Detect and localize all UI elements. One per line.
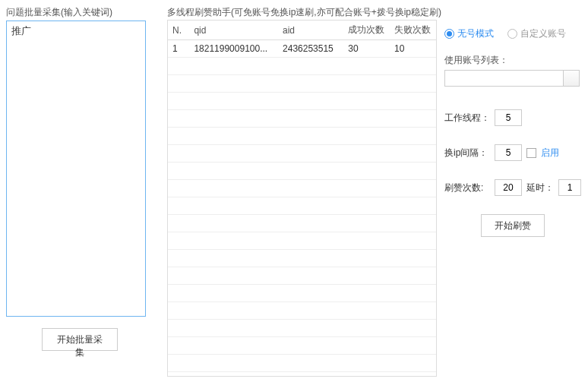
count-label: 刷赞次数: (444, 182, 490, 194)
keyword-input[interactable] (6, 21, 146, 317)
table-row (168, 250, 436, 267)
table-row (168, 320, 436, 337)
radio-unchecked-icon (507, 29, 517, 39)
table-row (168, 180, 436, 197)
table-row (168, 232, 436, 250)
cell-n: 1 (168, 40, 189, 58)
delay-input[interactable] (558, 179, 581, 196)
table-row (168, 163, 436, 180)
chevron-down-icon (569, 76, 575, 80)
cell-aid: 2436253515 (278, 40, 343, 58)
result-table: N. qid aid 成功次数 失败次数 11821199009100...24… (167, 20, 437, 377)
cell-fail: 10 (390, 40, 436, 58)
mode-none-radio[interactable]: 无号模式 (444, 27, 494, 40)
table-row (168, 110, 436, 128)
mode-custom-radio[interactable]: 自定义账号 (507, 27, 566, 40)
enable-label: 启用 (541, 147, 559, 159)
ip-interval-label: 换ip间隔： (444, 147, 490, 159)
col-success: 成功次数 (343, 21, 390, 40)
right-panel-title: 多线程刷赞助手(可免账号免换ip速刷,亦可配合账号+拨号换ip稳定刷) (167, 6, 583, 19)
table-header-row: N. qid aid 成功次数 失败次数 (168, 21, 436, 40)
table-row (168, 145, 436, 163)
table-row (168, 285, 436, 302)
start-collect-button[interactable]: 开始批量采集 (42, 328, 118, 351)
enable-checkbox[interactable] (526, 148, 536, 158)
table-row (168, 337, 436, 355)
account-list-select[interactable] (444, 70, 580, 87)
delay-label: 延时： (526, 182, 554, 194)
ip-interval-input[interactable] (495, 144, 522, 161)
table-row (168, 128, 436, 145)
col-qid: qid (189, 21, 278, 40)
thread-input[interactable] (495, 109, 522, 126)
cell-success: 30 (343, 40, 390, 58)
table-row[interactable]: 11821199009100...24362535153010 (168, 40, 436, 58)
col-fail: 失败次数 (390, 21, 436, 40)
table-row (168, 215, 436, 232)
mode-none-label: 无号模式 (457, 27, 494, 40)
start-brush-button[interactable]: 开始刷赞 (481, 214, 545, 237)
col-n: N. (168, 21, 189, 40)
col-aid: aid (278, 21, 343, 40)
radio-checked-icon (444, 29, 454, 39)
table-row (168, 93, 436, 110)
table-row (168, 355, 436, 372)
mode-custom-label: 自定义账号 (520, 27, 566, 40)
table-row (168, 267, 436, 285)
cell-qid: 1821199009100... (189, 40, 278, 58)
table-row (168, 58, 436, 75)
table-row (168, 75, 436, 93)
table-row (168, 302, 436, 320)
left-panel-title: 问题批量采集(输入关键词) (6, 6, 158, 19)
account-list-label: 使用账号列表： (444, 54, 581, 67)
count-input[interactable] (495, 179, 522, 196)
thread-label: 工作线程： (444, 112, 490, 125)
table-row (168, 197, 436, 215)
